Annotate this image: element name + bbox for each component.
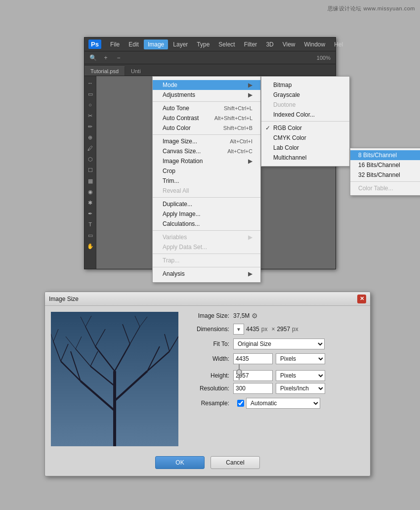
zoom-tool-icon[interactable]: 🔍	[87, 53, 98, 63]
menu-help[interactable]: Hel	[330, 40, 347, 49]
bits-16[interactable]: 16 Bits/Channel	[350, 160, 420, 170]
cancel-button[interactable]: Cancel	[210, 456, 260, 469]
menu-row-canvas-size[interactable]: Canvas Size... Alt+Ctrl+C	[153, 146, 260, 156]
menu-row-mode[interactable]: Mode ▶	[153, 80, 260, 90]
mode-indexed-color[interactable]: Indexed Color...	[261, 110, 349, 120]
image-size-dialog-overlay: Image Size ✕	[44, 292, 371, 476]
shape-tool[interactable]: ▭	[85, 230, 95, 240]
untitled-tab[interactable]: Unti	[125, 67, 147, 76]
menu-row-apply-image[interactable]: Apply Image...	[153, 209, 260, 219]
blur-tool[interactable]: ◉	[85, 187, 95, 197]
resolution-unit-select[interactable]: Pixels/Inch Pixels/cm	[276, 383, 325, 394]
menu-section-size: Image Size... Alt+Ctrl+I Canvas Size... …	[153, 135, 260, 198]
menu-row-auto-tone[interactable]: Auto Tone Shift+Ctrl+L	[153, 103, 260, 113]
eraser-tool[interactable]: ☐	[85, 165, 95, 175]
gear-icon[interactable]: ⚙	[252, 312, 258, 320]
lasso-tool[interactable]: ○	[85, 100, 95, 110]
menu-row-analysis[interactable]: Analysis ▶	[153, 269, 260, 279]
menu-row-duplicate[interactable]: Duplicate...	[153, 199, 260, 209]
image-size-row: Image Size: 37,5M ⚙	[186, 312, 364, 320]
resolution-row: Resolution: Pixels/Inch Pixels/cm	[186, 383, 364, 394]
height-row: Height: Pixels Inches cm Percent	[186, 370, 364, 381]
mode-bitmap[interactable]: Bitmap	[261, 80, 349, 90]
dimensions-dropdown[interactable]: ▼	[233, 324, 244, 335]
height-unit-select[interactable]: Pixels Inches cm Percent	[276, 370, 325, 381]
zoom-in-icon[interactable]: +	[100, 53, 111, 63]
dialog-body: Image Size: 37,5M ⚙ Dimensions: ▼ 4435 p…	[45, 306, 370, 452]
menu-select[interactable]: Select	[214, 40, 239, 49]
selection-tool[interactable]: ▭	[85, 89, 95, 99]
menu-row-auto-color[interactable]: Auto Color Shift+Ctrl+B	[153, 123, 260, 133]
mode-grayscale[interactable]: Grayscale	[261, 90, 349, 100]
analysis-arrow-icon: ▶	[248, 270, 252, 277]
crop-tool[interactable]: ✂	[85, 111, 95, 121]
bits-submenu: 8 Bits/Channel 16 Bits/Channel 32 Bits/C…	[350, 148, 420, 196]
resolution-label: Resolution:	[186, 385, 233, 392]
resample-select[interactable]: Automatic Preserve Details Bicubic Smoot…	[246, 398, 320, 409]
image-size-dialog: Image Size ✕	[44, 292, 371, 476]
menu-3d[interactable]: 3D	[262, 40, 277, 49]
image-size-label: Image Size:	[186, 312, 233, 319]
fit-to-row: Fit To: Original Size Custom	[186, 339, 364, 349]
height-label: Height:	[186, 372, 233, 379]
menu-section-analysis: Analysis ▶	[153, 267, 260, 280]
healing-tool[interactable]: ⊕	[85, 132, 95, 142]
rotation-arrow-icon: ▶	[248, 158, 252, 165]
active-document-tab[interactable]: Tutorial.psd	[84, 66, 125, 76]
mode-basic-section: Bitmap Grayscale Duotone Indexed Color..…	[261, 79, 349, 122]
brush-tool[interactable]: 🖊	[85, 143, 95, 153]
menu-row-adjustments[interactable]: Adjustments ▶	[153, 90, 260, 100]
resolution-input[interactable]	[233, 383, 273, 394]
menu-window[interactable]: Window	[300, 40, 330, 49]
menu-image[interactable]: Image	[144, 40, 168, 49]
menu-row-image-size[interactable]: Image Size... Alt+Ctrl+I	[153, 136, 260, 146]
dodge-tool[interactable]: ✱	[85, 198, 95, 208]
menu-row-trap: Trap...	[153, 255, 260, 265]
clone-tool[interactable]: ⬡	[85, 154, 95, 164]
image-size-shortcut: Alt+Ctrl+I	[220, 138, 252, 144]
width-unit-select[interactable]: Pixels Inches cm Percent	[276, 353, 325, 364]
gradient-tool[interactable]: ▦	[85, 176, 95, 186]
fit-to-select[interactable]: Original Size Custom	[233, 339, 325, 349]
dim-x: ×	[271, 326, 275, 333]
side-toolbar: ↔ ▭ ○ ✂ ✏ ⊕ 🖊 ⬡ ☐ ▦ ◉ ✱ ✒ T ▭ ✋	[84, 76, 96, 269]
menu-row-variables: Variables ▶	[153, 232, 260, 242]
dialog-title: Image Size	[49, 296, 79, 302]
menu-edit[interactable]: Edit	[125, 40, 143, 49]
move-tool[interactable]: ↔	[85, 78, 95, 88]
mode-multichannel[interactable]: Multichannel	[261, 153, 349, 163]
pen-tool[interactable]: ✒	[85, 209, 95, 218]
menu-row-crop[interactable]: Crop	[153, 166, 260, 176]
mode-rgb[interactable]: RGB Color	[261, 123, 349, 133]
dim-px2: px	[292, 326, 298, 333]
menu-row-auto-contrast[interactable]: Auto Contrast Alt+Shift+Ctrl+L	[153, 113, 260, 123]
resample-label: Resample:	[186, 400, 233, 407]
menu-row-trim[interactable]: Trim...	[153, 176, 260, 186]
auto-tone-shortcut: Shift+Ctrl+L	[214, 105, 252, 111]
menu-layer[interactable]: Layer	[169, 40, 192, 49]
menu-file[interactable]: File	[106, 40, 124, 49]
mode-cmyk[interactable]: CMYK Color	[261, 133, 349, 143]
menu-type[interactable]: Type	[193, 40, 213, 49]
zoom-out-icon[interactable]: −	[113, 53, 124, 63]
menu-row-image-rotation[interactable]: Image Rotation ▶	[153, 156, 260, 166]
image-dropdown-menu: Mode ▶ Adjustments ▶ Auto Tone Shift+Ctr…	[152, 76, 261, 283]
preview-image	[51, 312, 178, 446]
mode-lab[interactable]: Lab Color	[261, 143, 349, 153]
hand-tool[interactable]: ✋	[85, 241, 95, 251]
dimensions-arrow-icon[interactable]: ▼	[233, 324, 244, 335]
bits-32[interactable]: 32 Bits/Channel	[350, 170, 420, 180]
menu-view[interactable]: View	[279, 40, 299, 49]
menu-filter[interactable]: Filter	[240, 40, 261, 49]
dialog-close-button[interactable]: ✕	[357, 295, 366, 303]
eyedropper-tool[interactable]: ✏	[85, 122, 95, 131]
text-tool[interactable]: T	[85, 219, 95, 229]
dialog-titlebar: Image Size ✕	[45, 292, 370, 306]
resample-checkbox[interactable]	[237, 400, 244, 407]
mode-submenu: Bitmap Grayscale Duotone Indexed Color..…	[261, 76, 350, 167]
ok-button[interactable]: OK	[155, 456, 205, 469]
menu-row-calculations[interactable]: Calculations...	[153, 219, 260, 229]
bits-8[interactable]: 8 Bits/Channel	[350, 150, 420, 160]
width-row: Width: Pixels Inches cm Percent	[186, 353, 364, 364]
width-input[interactable]	[233, 353, 273, 364]
